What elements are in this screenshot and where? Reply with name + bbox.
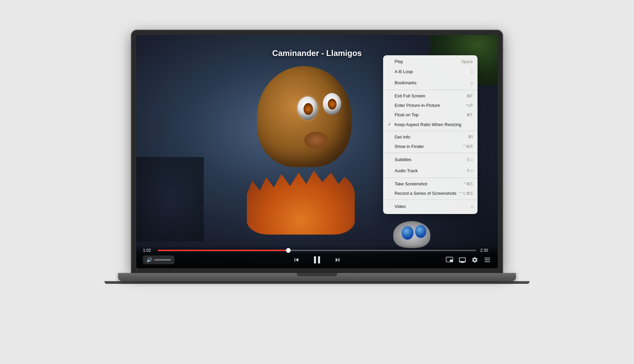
menu-shortcut-show-in-finder: ⌃⌘R [462, 144, 473, 150]
menu-label-audio-track: Audio Track [395, 168, 418, 174]
character-llama [240, 59, 368, 235]
menu-label-record-screenshots: Record a Series of Screenshots [395, 190, 457, 196]
menu-item-subtitles[interactable]: SubtitlesS› [383, 154, 478, 165]
current-time: 1:02 [143, 248, 154, 253]
llama-eye-right [323, 93, 341, 115]
controls-center [292, 253, 342, 266]
menu-label-bookmarks: Bookmarks [395, 80, 416, 86]
total-time: 2:30 [480, 248, 491, 253]
menu-shortcut-picture-in-picture: ⌥P [465, 103, 473, 109]
controls-overlay: 1:02 2:30 🔊 [136, 245, 498, 268]
menu-separator [383, 200, 478, 200]
menu-shortcut-subtitles: S [467, 157, 470, 163]
menu-item-get-info[interactable]: Get Info⌘I [383, 132, 478, 142]
menu-label-float-on-top: Float on Top [395, 112, 419, 118]
laptop-base [118, 273, 516, 281]
menu-label-video: Video [395, 204, 406, 210]
chapters-button[interactable] [484, 257, 491, 263]
menu-item-play[interactable]: PlaySpace [383, 57, 478, 66]
menu-item-float-on-top[interactable]: Float on Top⌘T [383, 110, 478, 120]
menu-arrow-ab-loop: › [471, 68, 473, 75]
menu-separator [383, 90, 478, 90]
volume-button[interactable]: 🔊 [143, 255, 174, 264]
menu-item-picture-in-picture[interactable]: Enter Picture-in-Picture⌥P [383, 101, 478, 110]
menu-label-subtitles: Subtitles [395, 157, 411, 163]
controls-right [446, 256, 491, 263]
next-button[interactable] [333, 255, 342, 265]
screen-inner: Caminander - Llamigos PlaySpaceA-B Loop›… [136, 35, 498, 268]
creature-body [393, 221, 430, 248]
previous-button[interactable] [292, 255, 301, 265]
menu-separator [383, 178, 478, 178]
creature-eye-right [415, 225, 426, 238]
progress-fill [158, 250, 288, 251]
pip-button[interactable] [446, 257, 453, 263]
bg-decoration-2 [136, 157, 204, 241]
menu-label-keep-aspect-ratio: Keep Aspect Ratio When Resizing [395, 122, 461, 128]
menu-item-ab-loop[interactable]: A-B Loop› [383, 66, 478, 77]
menu-separator [383, 131, 478, 131]
menu-label-ab-loop: A-B Loop [395, 69, 413, 75]
menu-shortcut-audio-track: A [467, 168, 470, 174]
svg-rect-1 [450, 260, 453, 262]
menu-item-video[interactable]: Video› [383, 201, 478, 212]
menu-item-audio-track[interactable]: Audio TrackA› [383, 165, 478, 176]
menu-label-take-screenshot: Take Screenshot [395, 181, 427, 187]
play-pause-button[interactable] [311, 253, 323, 266]
laptop-base-bottom [105, 281, 529, 284]
laptop-screen: Caminander - Llamigos PlaySpaceA-B Loop›… [132, 30, 502, 273]
controls-left: 🔊 [143, 255, 174, 264]
menu-shortcut-float-on-top: ⌘T [466, 112, 473, 118]
airplay-button[interactable] [459, 256, 466, 263]
laptop-notch [297, 273, 337, 276]
menu-separator [383, 153, 478, 153]
menu-arrow-audio-track: › [471, 167, 473, 174]
menu-shortcut-take-screenshot: ⌃⌘S [463, 181, 473, 187]
menu-checkmark-keep-aspect-ratio: ✓ [388, 122, 393, 127]
menu-item-bookmarks[interactable]: Bookmarks› [383, 78, 478, 88]
progress-thumb [286, 248, 291, 253]
menu-arrow-subtitles: › [471, 156, 473, 163]
progress-bar-container: 1:02 2:30 [143, 248, 491, 253]
menu-label-play: Play [395, 59, 403, 65]
menu-arrow-video: › [471, 203, 473, 210]
menu-item-take-screenshot[interactable]: Take Screenshot⌃⌘S [383, 179, 478, 189]
volume-bar [154, 259, 171, 261]
laptop-wrapper: Caminander - Llamigos PlaySpaceA-B Loop›… [115, 30, 519, 334]
menu-label-get-info: Get Info [395, 134, 410, 140]
progress-track[interactable] [158, 250, 476, 251]
llama-eye-left [297, 96, 318, 120]
video-player[interactable]: Caminander - Llamigos PlaySpaceA-B Loop›… [136, 35, 498, 268]
context-menu: PlaySpaceA-B Loop›Bookmarks›Exit Full Sc… [383, 55, 478, 214]
controls-bottom: 🔊 [143, 255, 491, 264]
menu-shortcut-get-info: ⌘I [468, 134, 473, 140]
menu-shortcut-play: Space [461, 59, 473, 65]
volume-icon: 🔊 [146, 257, 152, 263]
menu-label-exit-fullscreen: Exit Full Screen [395, 93, 425, 99]
menu-item-exit-fullscreen[interactable]: Exit Full Screen⌘F [383, 91, 478, 101]
menu-shortcut-record-screenshots: ⌃⌥⌘S [458, 191, 473, 196]
llama-nose [304, 132, 328, 149]
menu-item-show-in-finder[interactable]: Show in Finder⌃⌘R [383, 142, 478, 151]
menu-label-picture-in-picture: Enter Picture-in-Picture [395, 102, 440, 109]
menu-item-keep-aspect-ratio[interactable]: ✓Keep Aspect Ratio When Resizing [383, 120, 478, 129]
menu-arrow-bookmarks: › [471, 79, 473, 87]
menu-item-record-screenshots[interactable]: Record a Series of Screenshots⌃⌥⌘S [383, 189, 478, 198]
menu-label-show-in-finder: Show in Finder [395, 144, 424, 150]
llama-fur [247, 167, 355, 235]
creature-eye-left [402, 226, 413, 240]
llama-head [257, 66, 351, 167]
menu-shortcut-exit-fullscreen: ⌘F [466, 93, 473, 99]
settings-button[interactable] [471, 256, 478, 263]
